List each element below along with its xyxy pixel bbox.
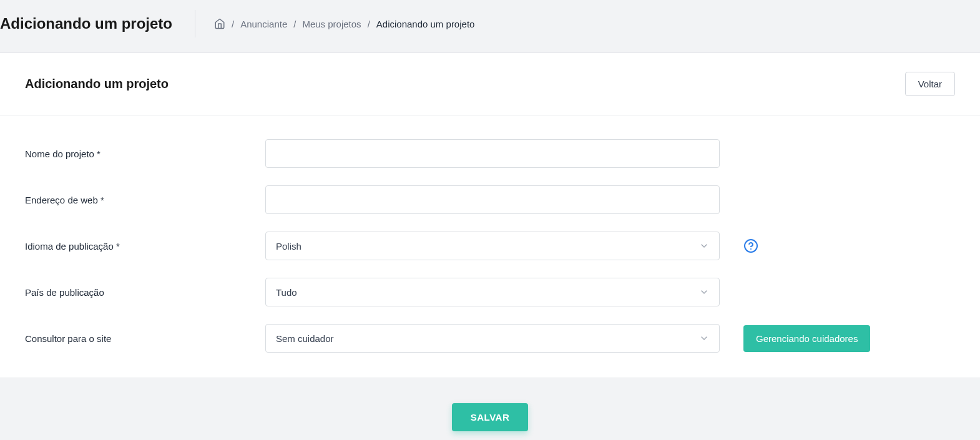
- help-icon[interactable]: [743, 238, 758, 253]
- form-row-web-address: Endereço de web *: [25, 185, 955, 214]
- breadcrumb-separator: /: [232, 19, 234, 29]
- web-address-label: Endereço de web *: [25, 195, 265, 205]
- form-row-publication-language: Idioma de publicação * Polish: [25, 232, 955, 260]
- publication-country-label: País de publicação: [25, 287, 265, 298]
- publication-language-selected: Polish: [276, 241, 301, 252]
- divider: [195, 10, 195, 37]
- consultant-select[interactable]: Sem cuidador: [265, 324, 720, 353]
- form-body: Nome do projeto * Endereço de web * Idio…: [0, 115, 980, 378]
- breadcrumb-separator: /: [293, 19, 296, 29]
- form-row-publication-country: País de publicação Tudo: [25, 278, 955, 306]
- breadcrumb-current: Adicionando um projeto: [376, 19, 475, 29]
- manage-caretakers-button[interactable]: Gerenciando cuidadores: [743, 325, 870, 352]
- project-name-input[interactable]: [265, 139, 720, 168]
- project-name-label: Nome do projeto *: [25, 149, 265, 159]
- card-header: Adicionando um projeto Voltar: [0, 53, 980, 115]
- web-address-input[interactable]: [265, 185, 720, 214]
- publication-language-label: Idioma de publicação *: [25, 241, 265, 252]
- breadcrumb: / Anunciante / Meus projetos / Adicionan…: [214, 18, 474, 29]
- form-row-project-name: Nome do projeto *: [25, 139, 955, 168]
- publication-language-select[interactable]: Polish: [265, 232, 720, 260]
- consultant-selected: Sem cuidador: [276, 333, 334, 344]
- card-title: Adicionando um projeto: [25, 77, 169, 91]
- consultant-label: Consultor para o site: [25, 333, 265, 344]
- publication-country-select[interactable]: Tudo: [265, 278, 720, 306]
- breadcrumb-link-anunciante[interactable]: Anunciante: [240, 19, 287, 29]
- content-card: Adicionando um projeto Voltar Nome do pr…: [0, 52, 980, 378]
- footer-bar: SALVAR: [0, 378, 980, 440]
- form-row-consultant: Consultor para o site Sem cuidador Geren…: [25, 324, 955, 353]
- chevron-down-icon: [699, 333, 709, 343]
- chevron-down-icon: [699, 287, 709, 297]
- back-button[interactable]: Voltar: [905, 72, 955, 96]
- publication-country-selected: Tudo: [276, 287, 297, 298]
- breadcrumb-separator: /: [368, 19, 370, 29]
- breadcrumb-link-meusprojetos[interactable]: Meus projetos: [302, 19, 361, 29]
- chevron-down-icon: [699, 241, 709, 251]
- save-button[interactable]: SALVAR: [452, 403, 528, 431]
- home-icon[interactable]: [214, 18, 225, 29]
- header-bar: Adicionando um projeto / Anunciante / Me…: [0, 0, 980, 52]
- page-title: Adicionando um projeto: [0, 15, 172, 32]
